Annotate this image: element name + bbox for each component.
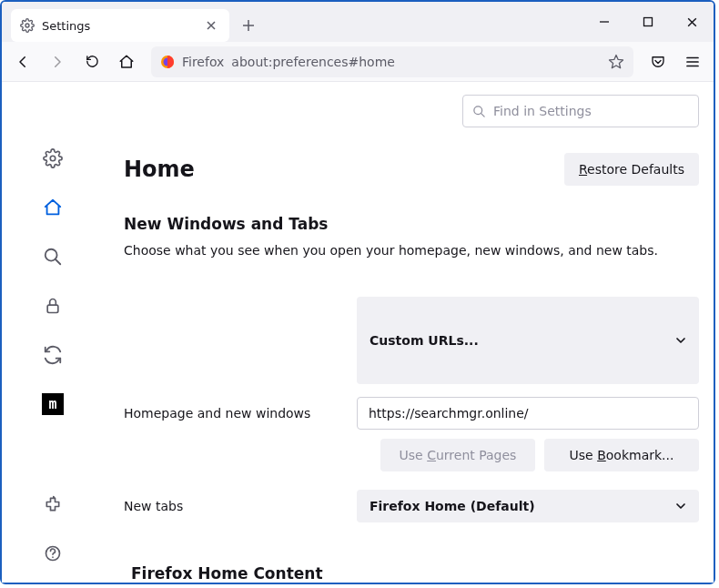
svg-rect-1 bbox=[644, 18, 653, 26]
maximize-button[interactable] bbox=[626, 2, 670, 42]
use-current-pages-button[interactable]: Use Current Pages bbox=[380, 439, 535, 471]
search-input[interactable] bbox=[493, 104, 689, 118]
svg-point-0 bbox=[25, 24, 29, 27]
homepage-url-input[interactable] bbox=[357, 397, 699, 430]
new-tab-button[interactable] bbox=[235, 12, 262, 39]
url-path: about:preferences#home bbox=[231, 55, 601, 69]
page-title: Home bbox=[124, 157, 564, 182]
browser-toolbar: Firefox about:preferences#home bbox=[2, 42, 714, 82]
sidebar-item-extensions[interactable] bbox=[40, 492, 66, 517]
home-button[interactable] bbox=[111, 46, 142, 77]
svg-point-4 bbox=[50, 156, 56, 161]
url-identity: Firefox bbox=[182, 55, 224, 69]
browser-tab[interactable]: Settings bbox=[11, 9, 229, 42]
svg-rect-6 bbox=[47, 305, 58, 312]
sidebar-item-sync[interactable] bbox=[40, 342, 66, 368]
dropdown-label: Custom URLs... bbox=[370, 333, 479, 348]
firefox-icon bbox=[160, 55, 175, 69]
sidebar-item-home[interactable] bbox=[40, 195, 66, 220]
star-icon[interactable] bbox=[608, 54, 624, 70]
chevron-down-icon bbox=[675, 501, 686, 512]
sidebar-item-mozilla[interactable]: m bbox=[40, 391, 66, 417]
reload-button[interactable] bbox=[76, 46, 107, 77]
search-icon bbox=[472, 105, 486, 118]
close-button[interactable] bbox=[670, 2, 714, 42]
section-description: Choose what you see when you open your h… bbox=[124, 242, 699, 260]
url-bar[interactable]: Firefox about:preferences#home bbox=[151, 46, 633, 77]
forward-button[interactable] bbox=[42, 46, 73, 77]
close-icon[interactable] bbox=[202, 16, 220, 35]
chevron-down-icon bbox=[675, 335, 686, 346]
titlebar: Settings bbox=[2, 2, 714, 42]
pocket-button[interactable] bbox=[643, 46, 673, 77]
menu-button[interactable] bbox=[677, 46, 708, 77]
settings-main: Home Restore Defaults New Windows and Ta… bbox=[104, 82, 714, 583]
sidebar-item-help[interactable] bbox=[40, 541, 66, 566]
sidebar-item-search[interactable] bbox=[40, 244, 66, 269]
sidebar-item-privacy[interactable] bbox=[40, 293, 66, 319]
mozilla-icon: m bbox=[42, 393, 64, 415]
find-in-settings[interactable] bbox=[462, 95, 699, 127]
section-heading: Firefox Home Content bbox=[131, 564, 699, 583]
tab-title: Settings bbox=[42, 19, 195, 33]
newtabs-label: New tabs bbox=[124, 499, 357, 513]
settings-sidebar: m bbox=[2, 82, 104, 583]
homepage-mode-dropdown[interactable]: Custom URLs... bbox=[357, 297, 699, 384]
gear-icon bbox=[20, 18, 35, 33]
sidebar-item-general[interactable] bbox=[40, 146, 66, 171]
dropdown-label: Firefox Home (Default) bbox=[370, 499, 535, 513]
window-controls bbox=[582, 2, 714, 42]
homepage-label: Homepage and new windows bbox=[124, 406, 357, 421]
restore-defaults-button[interactable]: Restore Defaults bbox=[564, 153, 699, 186]
section-heading: New Windows and Tabs bbox=[124, 215, 699, 233]
newtabs-dropdown[interactable]: Firefox Home (Default) bbox=[357, 490, 699, 522]
use-bookmark-button[interactable]: Use Bookmark... bbox=[544, 439, 699, 471]
minimize-button[interactable] bbox=[582, 2, 626, 42]
back-button[interactable] bbox=[7, 46, 38, 77]
